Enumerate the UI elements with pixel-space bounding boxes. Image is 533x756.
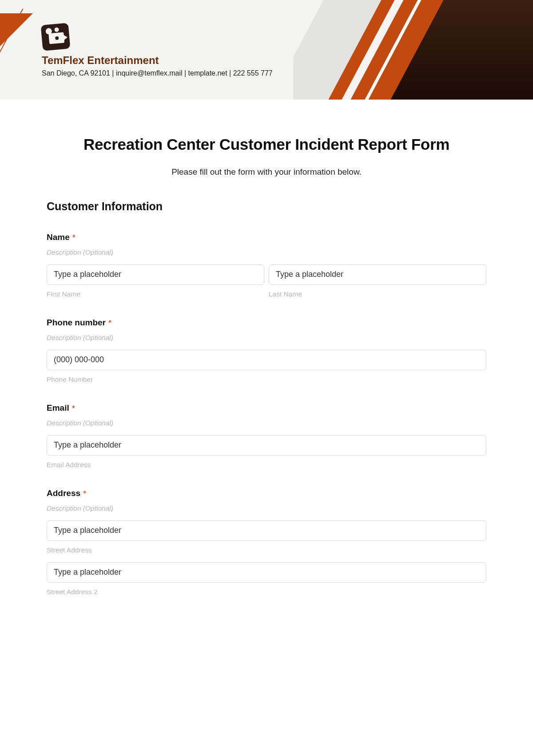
page-title: Recreation Center Customer Incident Repo…	[47, 134, 486, 155]
email-sublabel: Email Address	[47, 461, 486, 469]
required-marker: *	[72, 234, 75, 241]
email-input[interactable]	[47, 435, 486, 456]
required-marker: *	[108, 319, 111, 327]
phone-label: Phone number	[47, 318, 106, 327]
required-marker: *	[72, 404, 75, 412]
name-label: Name	[47, 232, 70, 242]
street-address-input[interactable]	[47, 520, 486, 541]
last-name-input[interactable]	[269, 264, 486, 285]
phone-input[interactable]	[47, 350, 486, 370]
field-phone: Phone number * Description (Optional) Ph…	[47, 318, 486, 384]
street-address-2-sublabel: Street Address 2	[47, 588, 486, 596]
phone-sublabel: Phone Number	[47, 376, 486, 384]
street-address-2-input[interactable]	[47, 562, 486, 583]
phone-description: Description (Optional)	[47, 334, 486, 342]
email-label: Email	[47, 403, 69, 412]
required-marker: *	[83, 490, 86, 497]
header-banner: TemFlex Entertainment San Diego, CA 9210…	[0, 0, 533, 100]
camera-icon	[41, 23, 71, 51]
email-description: Description (Optional)	[47, 419, 486, 427]
first-name-input[interactable]	[47, 264, 264, 285]
field-name: Name * Description (Optional) First Name…	[47, 232, 486, 298]
field-email: Email * Description (Optional) Email Add…	[47, 403, 486, 469]
section-title: Customer Information	[47, 200, 486, 213]
address-description: Description (Optional)	[47, 504, 486, 512]
name-description: Description (Optional)	[47, 248, 486, 256]
company-contact-line: San Diego, CA 92101 | inquire@temflex.ma…	[42, 69, 273, 77]
decor-right-shapes	[293, 0, 533, 100]
address-label: Address	[47, 488, 80, 498]
street-address-sublabel: Street Address	[47, 546, 486, 554]
company-name: TemFlex Entertainment	[42, 54, 273, 67]
page-subtitle: Please fill out the form with your infor…	[47, 167, 486, 177]
field-address: Address * Description (Optional) Street …	[47, 488, 486, 604]
last-name-sublabel: Last Name	[269, 290, 486, 298]
first-name-sublabel: First Name	[47, 290, 264, 298]
